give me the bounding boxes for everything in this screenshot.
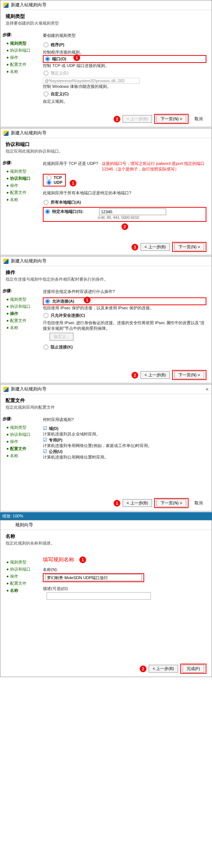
- radio-udp[interactable]: [47, 180, 51, 185]
- shield-icon: [3, 259, 9, 264]
- step-protocol[interactable]: 协议和端口: [3, 47, 39, 54]
- radio-secure[interactable]: [44, 313, 48, 318]
- chk-private[interactable]: 专用(P): [43, 437, 206, 443]
- radio-program[interactable]: [44, 42, 48, 47]
- opt-predef[interactable]: 预定义(E):: [43, 70, 206, 77]
- opt-allow: 允许连接(A): [52, 299, 74, 304]
- cancel-button[interactable]: 取消: [191, 500, 206, 507]
- steps-label: 步骤:: [3, 32, 39, 38]
- opt-secure[interactable]: 只允许安全连接(C): [43, 312, 206, 319]
- marker-2: 2: [114, 116, 120, 122]
- step-profile[interactable]: 配置文件: [3, 61, 39, 68]
- radio-specific-ports[interactable]: [45, 209, 50, 214]
- back-button[interactable]: < 上一步(B): [140, 371, 170, 379]
- step-rule-type[interactable]: 规则类型: [3, 40, 39, 47]
- q-protocol: 此规则应用于 TCP 还是 UDP?: [43, 161, 98, 166]
- next-button[interactable]: 下一页(N) >: [156, 499, 186, 507]
- cancel-button[interactable]: 取消: [191, 115, 206, 122]
- next-button[interactable]: 下一页(N) >: [174, 243, 204, 251]
- page-title: 协议和端口: [6, 141, 206, 148]
- steps-label: 步骤:: [3, 288, 39, 294]
- back-button: < 上一步(B): [123, 115, 152, 123]
- radio-predef[interactable]: [44, 71, 48, 76]
- radio-all-ports[interactable]: [44, 200, 48, 205]
- opt-custom-sub: 自定义规则。: [43, 99, 206, 104]
- sidebar: 步骤: 规则类型 协议和端口 操作 配置文件 名称: [0, 413, 41, 495]
- step-action[interactable]: 操作: [3, 438, 39, 445]
- step-rule-type[interactable]: 规则类型: [3, 424, 39, 431]
- sidebar: 步骤: 规则类型 协议和端口 操作 配置文件 名称: [0, 29, 41, 111]
- radio-block[interactable]: [44, 345, 48, 350]
- radio-allow[interactable]: [45, 299, 50, 304]
- name-input[interactable]: [45, 574, 142, 581]
- page-title: 名称: [6, 533, 206, 540]
- step-rule-type[interactable]: 规则类型: [3, 296, 39, 303]
- step-rule-type[interactable]: 规则类型: [3, 168, 39, 175]
- opt-specific-ports[interactable]: 特定本地端口(S):: [45, 208, 204, 215]
- desc-input[interactable]: [47, 592, 151, 600]
- opt-block[interactable]: 阻止连接(K): [43, 344, 206, 351]
- step-protocol[interactable]: 协议和端口: [3, 431, 39, 438]
- step-protocol[interactable]: 协议和端口: [3, 303, 39, 310]
- step-name[interactable]: 名称: [3, 452, 39, 459]
- page-subtitle: 指定在连接与规则中指定的条件相匹配时要执行的操作。: [6, 277, 206, 282]
- content: 填写规则名称 1 名称(N): 描述(可选)(D):: [41, 549, 212, 661]
- opt-port-sub: 控制 TCP 或 UDP 端口连接的规则。: [43, 63, 206, 68]
- back-button[interactable]: < 上一步(B): [140, 243, 170, 251]
- footer: 3 < 上一步(B) 下一页(N) >: [0, 239, 212, 255]
- step-action[interactable]: 操作: [3, 573, 39, 580]
- step-action[interactable]: 操作: [3, 54, 39, 61]
- marker-1: 1: [73, 54, 80, 61]
- predef-value: @%systemroot%\system32\provsvc.dll,-202: [43, 78, 140, 84]
- step-profile[interactable]: 配置文件: [3, 445, 39, 452]
- window-title: 新建入站规则向导: [11, 2, 47, 8]
- radio-port[interactable]: [45, 57, 50, 61]
- step-action[interactable]: 操作: [3, 182, 39, 189]
- port-input[interactable]: [99, 208, 166, 215]
- step-name[interactable]: 名称: [3, 587, 39, 594]
- opt-program[interactable]: 程序(P): [43, 41, 206, 48]
- step-profile[interactable]: 配置文件: [3, 317, 39, 324]
- chk-public-sub: 计算机连接到公用网络位置时应用。: [43, 454, 206, 460]
- shield-icon: [3, 387, 9, 392]
- question: 要创建的规则类型: [43, 33, 206, 38]
- opt-tcp[interactable]: TCP: [47, 175, 62, 180]
- close-icon[interactable]: ×: [206, 386, 209, 392]
- name-note: 填写规则名称: [43, 556, 74, 563]
- marker-2: 2: [140, 666, 146, 672]
- marker-3: 3: [132, 244, 138, 250]
- steps-label: 步骤:: [3, 160, 39, 166]
- next-button[interactable]: 下一页(N) >: [156, 115, 186, 123]
- step-protocol[interactable]: 协议和端口: [3, 175, 39, 182]
- step-name[interactable]: 名称: [3, 324, 39, 331]
- radio-tcp[interactable]: [47, 175, 51, 180]
- header: 规则类型 选择要创建的防火墙规则类型: [0, 10, 212, 29]
- marker-2: 2: [121, 223, 128, 230]
- step-profile[interactable]: 配置文件: [3, 189, 39, 196]
- step-name[interactable]: 名称: [3, 68, 39, 75]
- chk-domain[interactable]: 域(D): [43, 425, 206, 431]
- wizard-panel-name: 规则向导 名称指定此规则的名称和描述。 . 规则类型 协议和端口 操作 配置文件…: [0, 520, 212, 677]
- page-title: 配置文件: [6, 397, 206, 404]
- step-protocol[interactable]: 协议和端口: [3, 566, 39, 573]
- finish-button[interactable]: 完成(F): [183, 665, 204, 673]
- next-button[interactable]: 下一页(N) >: [174, 371, 204, 379]
- content: 连接符合指定条件时应该进行什么操作? 允许连接(A) 1 包括使用 IPsec …: [41, 285, 212, 367]
- back-button[interactable]: < 上一步(B): [123, 499, 152, 507]
- back-button[interactable]: < 上一步(B): [149, 665, 178, 673]
- radio-custom[interactable]: [44, 92, 48, 96]
- opt-port-label: 端口(O): [52, 56, 66, 62]
- step-name[interactable]: 名称: [3, 196, 39, 203]
- opt-udp[interactable]: UDP: [47, 180, 62, 185]
- wizard-panel-action: 新建入站规则向导 操作指定在连接与规则中指定的条件相匹配时要执行的操作。 步骤:…: [0, 256, 212, 383]
- wizard-panel-profile: 新建入站规则向导× 配置文件指定此规则应用的配置文件 步骤: 规则类型 协议和端…: [0, 384, 212, 511]
- step-action[interactable]: 操作: [3, 310, 39, 317]
- opt-program-sub: 控制程序连接的规则。: [43, 50, 206, 55]
- opt-all-ports[interactable]: 所有本地端口(A): [43, 199, 206, 206]
- step-profile[interactable]: 配置文件: [3, 580, 39, 587]
- opt-custom[interactable]: 自定义(C): [43, 90, 206, 98]
- port-note: 这里的端口号，填写之前运行 palword 是port 指定的端口 12345（…: [102, 161, 206, 172]
- step-rule-type[interactable]: 规则类型: [3, 559, 39, 566]
- chk-public[interactable]: 公用(U): [43, 449, 206, 454]
- opt-predef-sub: 控制 Windows 体验功能连接的规则。: [43, 84, 206, 89]
